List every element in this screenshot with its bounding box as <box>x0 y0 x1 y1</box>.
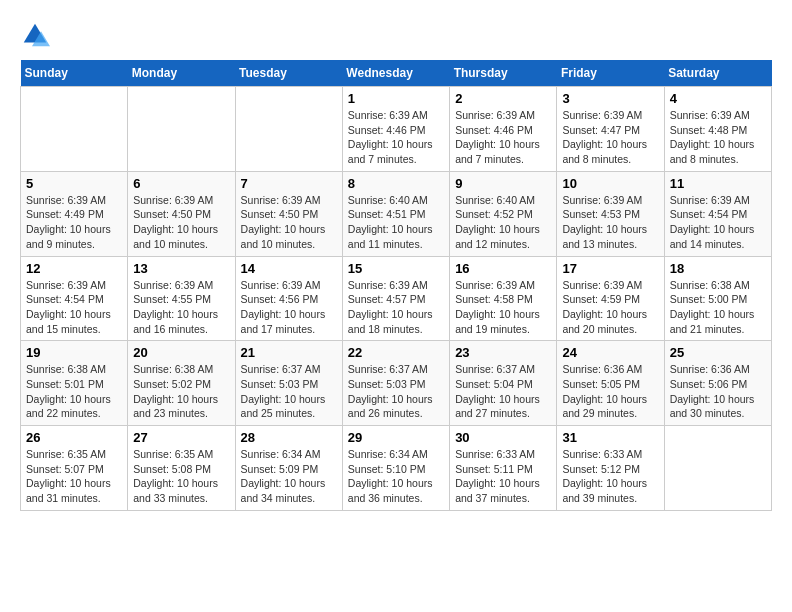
day-info: Sunrise: 6:39 AM Sunset: 4:47 PM Dayligh… <box>562 108 658 167</box>
calendar-cell: 28Sunrise: 6:34 AM Sunset: 5:09 PM Dayli… <box>235 426 342 511</box>
calendar-cell: 21Sunrise: 6:37 AM Sunset: 5:03 PM Dayli… <box>235 341 342 426</box>
logo <box>20 20 54 50</box>
calendar-cell: 16Sunrise: 6:39 AM Sunset: 4:58 PM Dayli… <box>450 256 557 341</box>
day-info: Sunrise: 6:39 AM Sunset: 4:53 PM Dayligh… <box>562 193 658 252</box>
day-number: 1 <box>348 91 444 106</box>
day-number: 15 <box>348 261 444 276</box>
day-info: Sunrise: 6:39 AM Sunset: 4:49 PM Dayligh… <box>26 193 122 252</box>
day-number: 6 <box>133 176 229 191</box>
calendar-cell: 29Sunrise: 6:34 AM Sunset: 5:10 PM Dayli… <box>342 426 449 511</box>
calendar-body: 1Sunrise: 6:39 AM Sunset: 4:46 PM Daylig… <box>21 87 772 511</box>
calendar-cell: 7Sunrise: 6:39 AM Sunset: 4:50 PM Daylig… <box>235 171 342 256</box>
day-number: 30 <box>455 430 551 445</box>
day-number: 29 <box>348 430 444 445</box>
calendar-cell: 11Sunrise: 6:39 AM Sunset: 4:54 PM Dayli… <box>664 171 771 256</box>
day-info: Sunrise: 6:39 AM Sunset: 4:54 PM Dayligh… <box>26 278 122 337</box>
day-info: Sunrise: 6:39 AM Sunset: 4:56 PM Dayligh… <box>241 278 337 337</box>
calendar-cell: 14Sunrise: 6:39 AM Sunset: 4:56 PM Dayli… <box>235 256 342 341</box>
day-info: Sunrise: 6:34 AM Sunset: 5:09 PM Dayligh… <box>241 447 337 506</box>
calendar-cell: 20Sunrise: 6:38 AM Sunset: 5:02 PM Dayli… <box>128 341 235 426</box>
day-info: Sunrise: 6:39 AM Sunset: 4:50 PM Dayligh… <box>241 193 337 252</box>
header-day-sunday: Sunday <box>21 60 128 87</box>
day-info: Sunrise: 6:37 AM Sunset: 5:03 PM Dayligh… <box>348 362 444 421</box>
day-info: Sunrise: 6:39 AM Sunset: 4:50 PM Dayligh… <box>133 193 229 252</box>
day-info: Sunrise: 6:39 AM Sunset: 4:55 PM Dayligh… <box>133 278 229 337</box>
day-info: Sunrise: 6:38 AM Sunset: 5:02 PM Dayligh… <box>133 362 229 421</box>
calendar-cell: 27Sunrise: 6:35 AM Sunset: 5:08 PM Dayli… <box>128 426 235 511</box>
calendar-week-3: 12Sunrise: 6:39 AM Sunset: 4:54 PM Dayli… <box>21 256 772 341</box>
calendar-cell: 1Sunrise: 6:39 AM Sunset: 4:46 PM Daylig… <box>342 87 449 172</box>
day-number: 18 <box>670 261 766 276</box>
day-info: Sunrise: 6:34 AM Sunset: 5:10 PM Dayligh… <box>348 447 444 506</box>
calendar-cell: 5Sunrise: 6:39 AM Sunset: 4:49 PM Daylig… <box>21 171 128 256</box>
day-number: 22 <box>348 345 444 360</box>
day-info: Sunrise: 6:36 AM Sunset: 5:05 PM Dayligh… <box>562 362 658 421</box>
day-info: Sunrise: 6:40 AM Sunset: 4:51 PM Dayligh… <box>348 193 444 252</box>
day-info: Sunrise: 6:39 AM Sunset: 4:48 PM Dayligh… <box>670 108 766 167</box>
calendar-cell: 19Sunrise: 6:38 AM Sunset: 5:01 PM Dayli… <box>21 341 128 426</box>
day-info: Sunrise: 6:39 AM Sunset: 4:46 PM Dayligh… <box>348 108 444 167</box>
calendar-cell: 13Sunrise: 6:39 AM Sunset: 4:55 PM Dayli… <box>128 256 235 341</box>
day-number: 25 <box>670 345 766 360</box>
header-day-thursday: Thursday <box>450 60 557 87</box>
calendar-cell: 23Sunrise: 6:37 AM Sunset: 5:04 PM Dayli… <box>450 341 557 426</box>
calendar-table: SundayMondayTuesdayWednesdayThursdayFrid… <box>20 60 772 511</box>
day-info: Sunrise: 6:33 AM Sunset: 5:11 PM Dayligh… <box>455 447 551 506</box>
header-day-tuesday: Tuesday <box>235 60 342 87</box>
header-day-saturday: Saturday <box>664 60 771 87</box>
day-number: 2 <box>455 91 551 106</box>
calendar-cell: 4Sunrise: 6:39 AM Sunset: 4:48 PM Daylig… <box>664 87 771 172</box>
day-info: Sunrise: 6:33 AM Sunset: 5:12 PM Dayligh… <box>562 447 658 506</box>
header-row: SundayMondayTuesdayWednesdayThursdayFrid… <box>21 60 772 87</box>
day-number: 10 <box>562 176 658 191</box>
day-number: 7 <box>241 176 337 191</box>
day-number: 27 <box>133 430 229 445</box>
day-number: 11 <box>670 176 766 191</box>
calendar-cell <box>21 87 128 172</box>
day-number: 9 <box>455 176 551 191</box>
calendar-cell: 12Sunrise: 6:39 AM Sunset: 4:54 PM Dayli… <box>21 256 128 341</box>
calendar-cell <box>235 87 342 172</box>
calendar-cell: 24Sunrise: 6:36 AM Sunset: 5:05 PM Dayli… <box>557 341 664 426</box>
day-info: Sunrise: 6:37 AM Sunset: 5:03 PM Dayligh… <box>241 362 337 421</box>
calendar-cell: 25Sunrise: 6:36 AM Sunset: 5:06 PM Dayli… <box>664 341 771 426</box>
day-info: Sunrise: 6:40 AM Sunset: 4:52 PM Dayligh… <box>455 193 551 252</box>
day-number: 23 <box>455 345 551 360</box>
calendar-week-5: 26Sunrise: 6:35 AM Sunset: 5:07 PM Dayli… <box>21 426 772 511</box>
day-info: Sunrise: 6:39 AM Sunset: 4:46 PM Dayligh… <box>455 108 551 167</box>
day-number: 3 <box>562 91 658 106</box>
day-number: 26 <box>26 430 122 445</box>
day-number: 14 <box>241 261 337 276</box>
day-info: Sunrise: 6:37 AM Sunset: 5:04 PM Dayligh… <box>455 362 551 421</box>
day-info: Sunrise: 6:36 AM Sunset: 5:06 PM Dayligh… <box>670 362 766 421</box>
calendar-header: SundayMondayTuesdayWednesdayThursdayFrid… <box>21 60 772 87</box>
calendar-cell: 17Sunrise: 6:39 AM Sunset: 4:59 PM Dayli… <box>557 256 664 341</box>
calendar-week-4: 19Sunrise: 6:38 AM Sunset: 5:01 PM Dayli… <box>21 341 772 426</box>
day-number: 16 <box>455 261 551 276</box>
day-number: 13 <box>133 261 229 276</box>
calendar-week-2: 5Sunrise: 6:39 AM Sunset: 4:49 PM Daylig… <box>21 171 772 256</box>
day-info: Sunrise: 6:39 AM Sunset: 4:57 PM Dayligh… <box>348 278 444 337</box>
day-number: 5 <box>26 176 122 191</box>
day-number: 17 <box>562 261 658 276</box>
day-number: 21 <box>241 345 337 360</box>
calendar-cell: 30Sunrise: 6:33 AM Sunset: 5:11 PM Dayli… <box>450 426 557 511</box>
header-day-friday: Friday <box>557 60 664 87</box>
calendar-cell: 3Sunrise: 6:39 AM Sunset: 4:47 PM Daylig… <box>557 87 664 172</box>
day-number: 19 <box>26 345 122 360</box>
day-info: Sunrise: 6:39 AM Sunset: 4:58 PM Dayligh… <box>455 278 551 337</box>
day-number: 12 <box>26 261 122 276</box>
header-day-wednesday: Wednesday <box>342 60 449 87</box>
calendar-cell: 15Sunrise: 6:39 AM Sunset: 4:57 PM Dayli… <box>342 256 449 341</box>
day-number: 31 <box>562 430 658 445</box>
calendar-cell: 10Sunrise: 6:39 AM Sunset: 4:53 PM Dayli… <box>557 171 664 256</box>
day-info: Sunrise: 6:38 AM Sunset: 5:01 PM Dayligh… <box>26 362 122 421</box>
logo-icon <box>20 20 50 50</box>
day-info: Sunrise: 6:35 AM Sunset: 5:08 PM Dayligh… <box>133 447 229 506</box>
day-number: 28 <box>241 430 337 445</box>
page-header <box>20 20 772 50</box>
calendar-cell: 26Sunrise: 6:35 AM Sunset: 5:07 PM Dayli… <box>21 426 128 511</box>
day-info: Sunrise: 6:38 AM Sunset: 5:00 PM Dayligh… <box>670 278 766 337</box>
day-number: 24 <box>562 345 658 360</box>
calendar-cell <box>664 426 771 511</box>
